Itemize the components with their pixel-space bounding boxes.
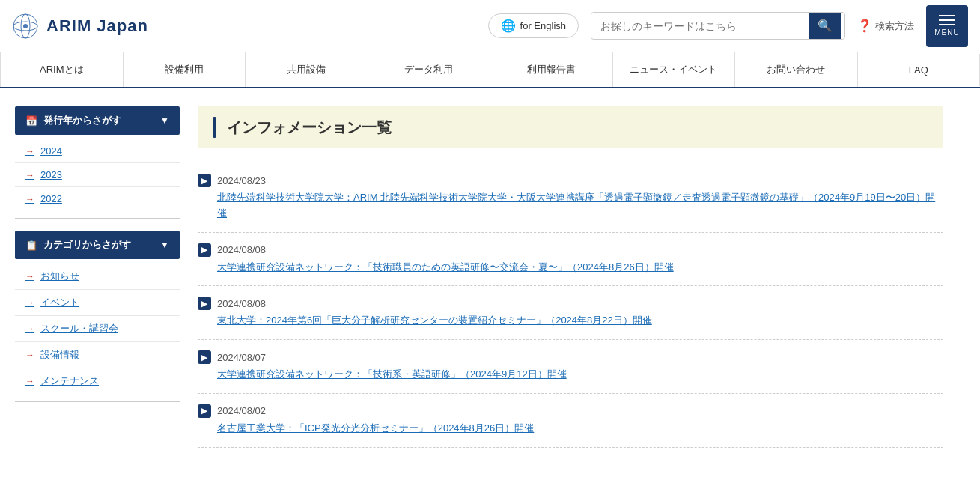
- help-search-link[interactable]: ❓ 検索方法: [857, 19, 914, 33]
- category-link-school[interactable]: → スクール・講習会: [15, 316, 180, 342]
- category-link-notice[interactable]: → お知らせ: [15, 264, 180, 290]
- news-icon-4: ▶: [198, 350, 211, 364]
- nav-item-arim[interactable]: ARIMとは: [0, 52, 124, 87]
- news-date-1: 2024/08/23: [217, 175, 266, 186]
- category-maintenance-label: メンテナンス: [40, 374, 99, 388]
- category-notice-label: お知らせ: [40, 270, 79, 283]
- category-link-maintenance[interactable]: → メンテナンス: [15, 368, 180, 394]
- help-search-label: 検索方法: [875, 19, 914, 33]
- year-2022-label: 2022: [40, 193, 62, 204]
- year-2023-label: 2023: [40, 169, 62, 180]
- news-date-5: 2024/08/02: [217, 405, 266, 416]
- year-link-2024[interactable]: → 2024: [15, 139, 180, 163]
- arrow-icon: →: [25, 170, 34, 180]
- svg-point-3: [23, 24, 28, 28]
- year-link-2023[interactable]: → 2023: [15, 163, 180, 187]
- news-link-1[interactable]: 北陸先端科学技術大学院大学：ARIM 北陸先端科学技術大学院大学・大阪大学連携講…: [198, 190, 943, 222]
- search-area: 🔍: [591, 12, 845, 40]
- nav-item-news[interactable]: ニュース・イベント: [613, 52, 736, 87]
- news-item-3: ▶ 2024/08/08 東北大学：2024年第6回「巨大分子解析研究センターの…: [198, 286, 943, 340]
- news-link-5[interactable]: 名古屋工業大学：「ICP発光分光分析セミナー」（2024年8月26日）開催: [198, 421, 943, 437]
- news-item-2: ▶ 2024/08/08 大学連携研究設備ネットワーク：「技術職員のための英語研…: [198, 233, 943, 287]
- news-date-2: 2024/08/08: [217, 244, 266, 255]
- news-link-4[interactable]: 大学連携研究設備ネットワーク：「技術系・英語研修」（2024年9月12日）開催: [198, 367, 943, 383]
- news-icon-2: ▶: [198, 243, 211, 257]
- category-section-header[interactable]: 📋 カテゴリからさがす ▼: [15, 231, 180, 259]
- english-label: for English: [520, 20, 566, 31]
- news-link-2[interactable]: 大学連携研究設備ネットワーク：「技術職員のための英語研修〜交流会・夏〜」（202…: [198, 260, 943, 276]
- nav-item-faq[interactable]: FAQ: [858, 54, 981, 86]
- main-nav: ARIMとは 設備利用 共用設備 データ利用 利用報告書 ニュース・イベント お…: [0, 52, 980, 88]
- arrow-icon: →: [25, 323, 34, 334]
- globe-icon: 🌐: [501, 19, 516, 33]
- year-section-header[interactable]: 📅 発行年からさがす ▼: [15, 106, 180, 135]
- year-links: → 2024 → 2023 → 2022: [15, 135, 180, 219]
- news-date-3: 2024/08/08: [217, 298, 266, 309]
- arrow-icon: →: [25, 194, 34, 204]
- news-item-4: ▶ 2024/08/07 大学連携研究設備ネットワーク：「技術系・英語研修」（2…: [198, 340, 943, 394]
- category-link-equipment[interactable]: → 設備情報: [15, 342, 180, 368]
- category-section-title: カテゴリからさがす: [43, 238, 131, 252]
- nav-item-facility-use[interactable]: 設備利用: [124, 52, 246, 87]
- category-links: → お知らせ → イベント → スクール・講習会 → 設備情報 → メンテナンス: [15, 259, 180, 402]
- arrow-icon: →: [25, 350, 34, 360]
- nav-item-report[interactable]: 利用報告書: [490, 52, 613, 87]
- year-link-2022[interactable]: → 2022: [15, 187, 180, 210]
- main-container: 📅 発行年からさがす ▼ → 2024 → 2023 → 2022 📋 カテ: [0, 88, 958, 466]
- arrow-icon: →: [25, 297, 34, 308]
- category-link-event[interactable]: → イベント: [15, 290, 180, 316]
- logo-icon: [12, 13, 39, 40]
- logo-text: ARIM Japan: [46, 16, 148, 36]
- news-icon-1: ▶: [198, 174, 211, 187]
- nav-item-data-use[interactable]: データ利用: [368, 52, 491, 87]
- search-button[interactable]: 🔍: [809, 13, 841, 39]
- year-2024-label: 2024: [40, 145, 62, 157]
- search-icon: 🔍: [818, 19, 833, 32]
- category-icon: 📋: [25, 240, 37, 251]
- page-title-area: インフォメーション一覧: [198, 106, 943, 148]
- menu-button[interactable]: MENU: [926, 5, 968, 47]
- hamburger-icon: [939, 15, 955, 25]
- arrow-icon: →: [25, 376, 34, 386]
- content-area: インフォメーション一覧 ▶ 2024/08/23 北陸先端科学技術大学院大学：A…: [198, 106, 943, 448]
- arrow-icon: →: [25, 146, 34, 157]
- category-equipment-label: 設備情報: [40, 348, 79, 362]
- logo-area: ARIM Japan: [12, 13, 148, 40]
- news-date-4: 2024/08/07: [217, 352, 266, 363]
- news-icon-3: ▶: [198, 297, 211, 310]
- title-bar-decoration: [213, 117, 216, 138]
- news-link-3[interactable]: 東北大学：2024年第6回「巨大分子解析研究センターの装置紹介セミナー」（202…: [198, 313, 943, 329]
- year-section-title: 発行年からさがす: [43, 114, 121, 127]
- help-icon: ❓: [857, 19, 872, 33]
- category-chevron-icon: ▼: [160, 240, 169, 250]
- year-chevron-icon: ▼: [160, 115, 169, 126]
- news-item-1: ▶ 2024/08/23 北陸先端科学技術大学院大学：ARIM 北陸先端科学技術…: [198, 163, 943, 233]
- news-icon-5: ▶: [198, 404, 211, 418]
- nav-item-contact[interactable]: お問い合わせ: [735, 52, 858, 87]
- page-title: インフォメーション一覧: [227, 118, 392, 138]
- category-school-label: スクール・講習会: [40, 322, 118, 335]
- sidebar: 📅 発行年からさがす ▼ → 2024 → 2023 → 2022 📋 カテ: [15, 106, 180, 448]
- arrow-icon: →: [25, 271, 34, 282]
- search-input[interactable]: [591, 14, 809, 38]
- category-event-label: イベント: [40, 296, 79, 309]
- menu-label: MENU: [934, 28, 959, 37]
- english-button[interactable]: 🌐 for English: [488, 13, 579, 38]
- calendar-icon: 📅: [25, 115, 37, 127]
- nav-item-shared-facility[interactable]: 共用設備: [246, 52, 368, 87]
- news-item-5: ▶ 2024/08/02 名古屋工業大学：「ICP発光分光分析セミナー」（202…: [198, 394, 943, 448]
